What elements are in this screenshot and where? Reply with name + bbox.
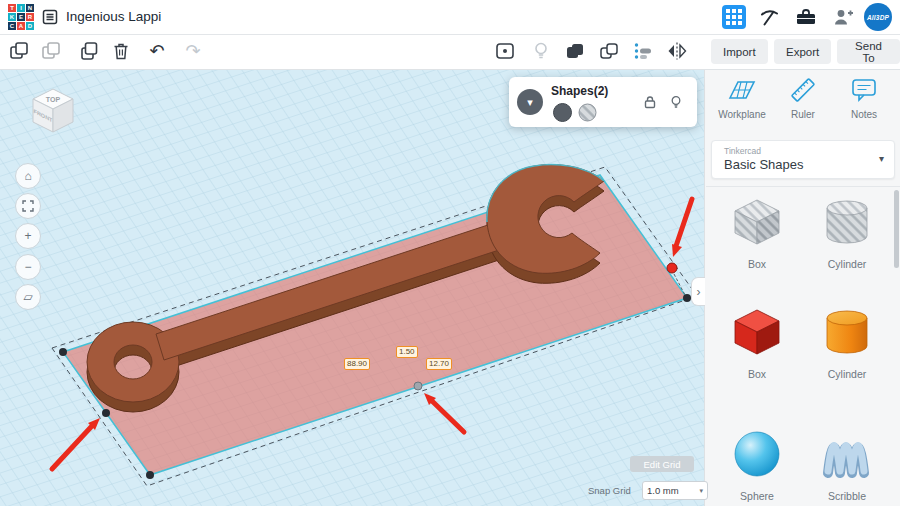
shape-label: Scribble xyxy=(812,490,882,502)
shapes-sidebar: Workplane Ruler Notes Tinkercad Basic Sh… xyxy=(704,69,900,506)
mirror-icon[interactable] xyxy=(666,40,688,62)
group-icon[interactable] xyxy=(564,40,586,62)
tinkercad-logo[interactable]: T I N K E R C A D xyxy=(8,4,34,30)
shapes-floating-panel: ▾ Shapes(2) xyxy=(509,77,697,127)
library-kicker: Tinkercad xyxy=(724,146,761,156)
shape-orange-cylinder[interactable]: Cylinder xyxy=(812,302,882,380)
lightbulb-icon[interactable] xyxy=(669,95,683,113)
panel-collapse-tab[interactable]: › xyxy=(691,277,705,306)
shape-striped-box[interactable]: Box xyxy=(722,192,792,270)
workplane-view-icon[interactable]: ▱ xyxy=(15,284,41,310)
dimension-chip[interactable]: 1.50 xyxy=(396,346,418,358)
shape-label: Box xyxy=(722,368,792,380)
tinkercad-app: T I N K E R C A D Ingenious Lappi xyxy=(0,0,900,506)
paste-icon[interactable] xyxy=(40,40,62,62)
shape-library-select[interactable]: Tinkercad Basic Shapes ▾ xyxy=(711,140,895,179)
shapes-panel-title: Shapes(2) xyxy=(551,84,608,98)
snap-grid-select[interactable]: 1.0 mm ▾ xyxy=(642,481,708,500)
design-menu-icon[interactable] xyxy=(42,9,58,29)
workplane-icon xyxy=(728,76,756,104)
orange-cylinder-icon xyxy=(817,302,877,362)
shape-label: Sphere xyxy=(722,490,792,502)
dimension-chip[interactable]: 12.70 xyxy=(426,358,452,370)
edit-grid-button[interactable]: Edit Grid xyxy=(630,456,694,472)
canvas-3d-viewport[interactable]: TOP FRONT ⌂ + − ▱ 1.50 88.90 12.70 ▾ Sha… xyxy=(0,69,704,506)
shape-label: Cylinder xyxy=(812,368,882,380)
shape-red-box[interactable]: Box xyxy=(722,302,792,380)
snap-grid-value: 1.0 mm xyxy=(647,485,679,496)
redo-icon[interactable]: ↷ xyxy=(182,40,204,62)
design-title[interactable]: Ingenious Lappi xyxy=(66,9,161,24)
annotation-arrow xyxy=(676,199,692,246)
lock-icon[interactable] xyxy=(643,95,657,113)
chevron-down-icon: ▾ xyxy=(879,153,884,164)
undo-icon[interactable]: ↶ xyxy=(146,40,168,62)
fit-view-icon[interactable] xyxy=(15,193,41,219)
shape-label: Cylinder xyxy=(812,258,882,270)
edge-handle[interactable] xyxy=(102,409,110,417)
import-button[interactable]: Import xyxy=(711,39,768,64)
dimension-chip[interactable]: 88.90 xyxy=(344,358,370,370)
send-to-button[interactable]: Send To xyxy=(837,39,900,64)
zoom-out-icon[interactable]: − xyxy=(15,254,41,280)
logo-tile: E xyxy=(17,13,25,21)
annotation-arrow xyxy=(431,400,464,432)
tool-label: Workplane xyxy=(711,109,773,120)
lightbulb-icon[interactable] xyxy=(530,40,552,62)
delete-icon[interactable] xyxy=(110,40,132,62)
corner-handle[interactable] xyxy=(59,348,67,356)
chevron-down-icon: ▾ xyxy=(527,96,533,109)
pickaxe-icon[interactable] xyxy=(758,6,780,32)
align-icon[interactable] xyxy=(632,40,654,62)
snap-grid-label: Snap Grid xyxy=(588,485,631,496)
invite-person-icon[interactable] xyxy=(832,6,856,32)
striped-gray-material-swatch[interactable] xyxy=(578,103,597,122)
library-value: Basic Shapes xyxy=(724,157,804,172)
shape-sphere[interactable]: Sphere xyxy=(722,424,792,502)
app-header: T I N K E R C A D Ingenious Lappi xyxy=(0,0,900,35)
logo-tile: T xyxy=(8,4,16,12)
striped-cylinder-icon xyxy=(817,192,877,252)
workplane-tool[interactable]: Workplane xyxy=(711,76,773,120)
ungroup-icon[interactable] xyxy=(598,40,620,62)
logo-tile: R xyxy=(26,13,34,21)
zoom-in-icon[interactable]: + xyxy=(15,223,41,249)
corner-handle[interactable] xyxy=(683,294,691,302)
striped-box-icon xyxy=(727,192,787,252)
chevron-right-icon: › xyxy=(697,285,701,299)
home-icon[interactable]: ⌂ xyxy=(15,163,41,189)
copy-icon[interactable] xyxy=(8,40,30,62)
ruler-tool[interactable]: Ruler xyxy=(772,76,834,120)
scene-overlay xyxy=(0,69,704,506)
apps-grid-icon[interactable] xyxy=(722,5,746,29)
edge-handle[interactable] xyxy=(414,382,422,390)
export-button[interactable]: Export xyxy=(774,39,831,64)
collapse-panel-button[interactable]: ▾ xyxy=(517,89,543,115)
chevron-down-icon: ▾ xyxy=(699,487,703,495)
logo-tile: C xyxy=(8,22,16,30)
ruler-icon xyxy=(789,76,817,104)
logo-tile: A xyxy=(17,22,25,30)
all3dp-badge[interactable]: All3DP xyxy=(864,3,892,31)
divider xyxy=(706,186,900,187)
solid-gray-material-swatch[interactable] xyxy=(553,103,572,122)
shape-scribble[interactable]: Scribble xyxy=(812,424,882,502)
logo-tile: I xyxy=(17,4,25,12)
logo-tile: K xyxy=(8,13,16,21)
notes-tool[interactable]: Notes xyxy=(833,76,895,120)
logo-tile: N xyxy=(26,4,34,12)
scribble-icon xyxy=(817,424,877,484)
tool-label: Notes xyxy=(833,109,895,120)
base-plate-shape[interactable] xyxy=(63,175,687,475)
notes-icon xyxy=(850,76,878,104)
shape-striped-cylinder[interactable]: Cylinder xyxy=(812,192,882,270)
tool-label: Ruler xyxy=(772,109,834,120)
panel-scrollbar[interactable] xyxy=(894,190,899,268)
show-all-icon[interactable] xyxy=(494,40,516,62)
shape-label: Box xyxy=(722,258,792,270)
duplicate-icon[interactable] xyxy=(78,40,100,62)
view-cube[interactable]: TOP FRONT xyxy=(24,80,82,138)
toolbox-icon[interactable] xyxy=(794,6,818,32)
height-handle[interactable] xyxy=(667,263,677,273)
corner-handle[interactable] xyxy=(146,471,154,479)
